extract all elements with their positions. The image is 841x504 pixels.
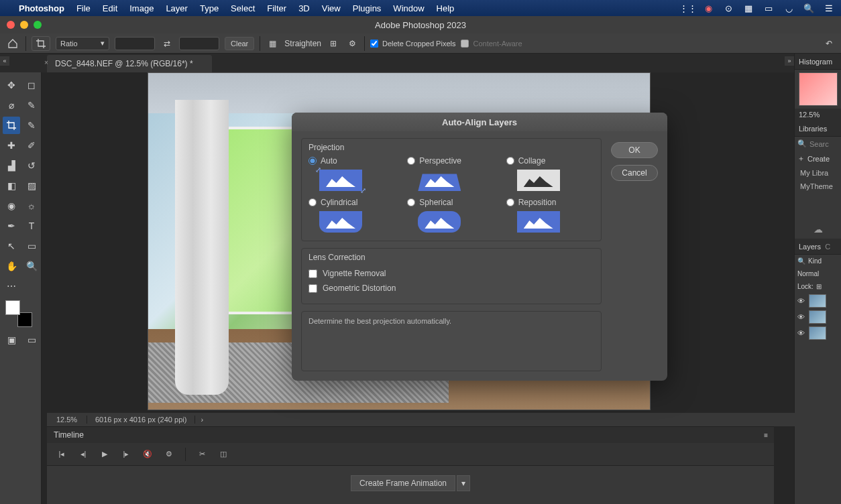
menu-edit[interactable]: Edit: [103, 3, 117, 13]
timeline-settings-icon[interactable]: ⚙: [164, 449, 174, 460]
foreground-swatch[interactable]: [5, 300, 20, 315]
menu-3d[interactable]: 3D: [298, 3, 310, 13]
visibility-icon[interactable]: 👁: [797, 329, 805, 337]
brush-tool[interactable]: ✐: [23, 137, 40, 154]
menu-plugins[interactable]: Plugins: [353, 3, 382, 13]
delete-cropped-checkbox[interactable]: Delete Cropped Pixels: [370, 40, 455, 48]
zoom-tool[interactable]: 🔍: [23, 257, 40, 275]
navigator-zoom[interactable]: 12.5%: [795, 109, 841, 121]
blur-tool[interactable]: ◉: [3, 197, 20, 214]
prev-frame-icon[interactable]: ◂|: [78, 449, 89, 460]
healing-tool[interactable]: ✚: [3, 137, 20, 154]
color-swatches[interactable]: [5, 300, 32, 327]
crop-tool[interactable]: [3, 117, 20, 134]
history-brush-tool[interactable]: ↺: [23, 157, 40, 174]
projection-spherical-radio[interactable]: Spherical: [407, 198, 495, 207]
status-more-icon[interactable]: ›: [195, 416, 209, 424]
tray-record-icon[interactable]: ◉: [703, 3, 714, 13]
dodge-tool[interactable]: ☼: [23, 197, 40, 214]
projection-collage-radio[interactable]: Collage: [506, 156, 594, 166]
status-dimensions[interactable]: 6016 px x 4016 px (240 ppi): [87, 416, 195, 424]
timeline-tab[interactable]: Timeline: [54, 430, 84, 440]
crop-tool-indicator[interactable]: [32, 36, 50, 51]
next-frame-icon[interactable]: |▸: [121, 449, 131, 460]
menubar-app-name[interactable]: Photoshop: [19, 3, 64, 13]
tray-control-center-icon[interactable]: ☰: [824, 3, 834, 13]
quick-select-tool[interactable]: ✎: [23, 97, 40, 114]
libraries-tab[interactable]: Libraries: [795, 121, 841, 137]
visibility-icon[interactable]: 👁: [797, 297, 805, 305]
tray-battery-icon[interactable]: ▭: [763, 3, 774, 13]
eraser-tool[interactable]: ◧: [3, 177, 20, 194]
layer-row[interactable]: 👁: [795, 293, 841, 309]
reset-icon[interactable]: ↶: [822, 37, 836, 50]
layers-blend[interactable]: Normal: [795, 267, 841, 280]
layers-tab[interactable]: Layers C: [795, 239, 841, 255]
menu-help[interactable]: Help: [437, 3, 455, 13]
clone-stamp-tool[interactable]: ▟: [3, 157, 20, 174]
transition-icon[interactable]: ◫: [218, 449, 229, 460]
projection-cylindrical-radio[interactable]: Cylindrical: [309, 198, 396, 207]
tray-search-icon[interactable]: 🔍: [803, 3, 814, 13]
home-button[interactable]: [5, 36, 20, 51]
move-tool[interactable]: ✥: [3, 76, 20, 94]
document-tab[interactable]: × DSC_8448.NEF @ 12.5% (RGB/16*) *: [47, 55, 212, 72]
marquee-tool[interactable]: ◻: [23, 76, 40, 94]
tray-play-icon[interactable]: ⊙: [723, 3, 734, 13]
geometric-distortion-checkbox[interactable]: Geometric Distortion: [309, 281, 594, 296]
menu-type[interactable]: Type: [200, 3, 219, 13]
menu-view[interactable]: View: [322, 3, 341, 13]
library-item[interactable]: My Libra: [795, 166, 841, 180]
menu-layer[interactable]: Layer: [166, 3, 188, 13]
swap-dimensions-icon[interactable]: ⇄: [160, 37, 174, 50]
pen-tool[interactable]: ✒: [3, 217, 20, 235]
projection-auto-radio[interactable]: Auto: [309, 156, 396, 166]
lasso-tool[interactable]: ⌀: [3, 97, 20, 114]
layers-lock[interactable]: Lock: ⊞: [795, 280, 841, 293]
straighten-label[interactable]: Straighten: [284, 39, 321, 48]
menu-select[interactable]: Select: [231, 3, 255, 13]
straighten-icon[interactable]: ▦: [266, 37, 279, 50]
hand-tool[interactable]: ✋: [3, 257, 20, 275]
play-icon[interactable]: ▶: [99, 449, 110, 460]
menu-filter[interactable]: Filter: [267, 3, 286, 13]
cloud-sync-icon[interactable]: ☁: [795, 220, 841, 239]
gradient-tool[interactable]: ▨: [23, 177, 40, 194]
projection-perspective-radio[interactable]: Perspective: [407, 156, 495, 166]
menu-file[interactable]: File: [76, 3, 91, 13]
collapse-toolbox-icon[interactable]: «: [0, 56, 9, 66]
close-tab-icon[interactable]: ×: [44, 59, 48, 66]
layers-filter[interactable]: 🔍 Kind: [795, 255, 841, 267]
visibility-icon[interactable]: 👁: [797, 313, 805, 321]
status-zoom[interactable]: 12.5%: [47, 416, 87, 424]
more-tools[interactable]: ⋯: [3, 277, 20, 295]
screen-mode-tool[interactable]: ▭: [23, 331, 40, 349]
eyedropper-tool[interactable]: ✎: [23, 117, 40, 134]
histogram-tab[interactable]: Histogram: [795, 54, 841, 70]
mute-icon[interactable]: 🔇: [142, 449, 153, 460]
layer-row[interactable]: 👁: [795, 325, 841, 341]
create-library-button[interactable]: ＋Create: [795, 151, 841, 166]
create-timeline-button[interactable]: Create Frame Animation ▾: [351, 475, 470, 491]
clear-button[interactable]: Clear: [225, 37, 254, 50]
tray-icon-1[interactable]: ⋮⋮: [683, 3, 693, 13]
ratio-dropdown[interactable]: Ratio▾: [56, 37, 109, 50]
collapse-panels-icon[interactable]: »: [785, 56, 794, 66]
path-tool[interactable]: ↖: [3, 237, 20, 255]
vignette-removal-checkbox[interactable]: Vignette Removal: [309, 266, 594, 281]
overlay-options-icon[interactable]: ⊞: [327, 37, 340, 50]
cancel-button[interactable]: Cancel: [611, 165, 658, 181]
content-aware-checkbox[interactable]: Content-Aware: [461, 40, 522, 48]
shape-tool[interactable]: ▭: [23, 237, 40, 255]
libraries-search[interactable]: 🔍Searc: [795, 137, 841, 151]
first-frame-icon[interactable]: |◂: [56, 449, 67, 460]
layer-row[interactable]: 👁: [795, 309, 841, 325]
menu-window[interactable]: Window: [393, 3, 424, 13]
menu-image[interactable]: Image: [129, 3, 154, 13]
timeline-menu-icon[interactable]: ≡: [764, 432, 767, 439]
ratio-height-field[interactable]: [179, 37, 219, 50]
crop-options-icon[interactable]: ⚙: [345, 37, 359, 50]
chevron-down-icon[interactable]: ▾: [457, 475, 470, 491]
type-tool[interactable]: T: [23, 217, 40, 235]
quick-mask-tool[interactable]: ▣: [3, 331, 20, 349]
